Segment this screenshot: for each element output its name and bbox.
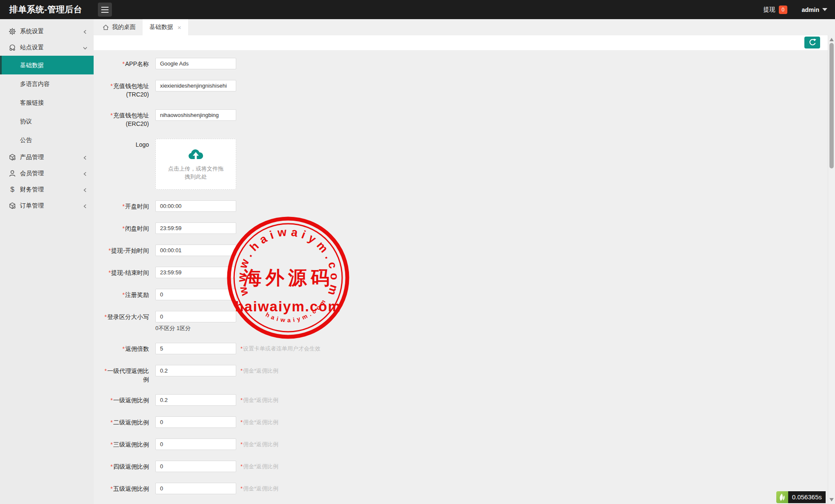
chevron-left-icon [83, 29, 88, 34]
erc20-address-input[interactable] [155, 109, 236, 121]
field-hint: *佣金*返佣比例 [240, 416, 278, 428]
user-menu[interactable]: admin [802, 6, 827, 13]
sidebar-item-site-settings[interactable]: 站点设置 [0, 40, 94, 56]
sidebar-item-basic-data[interactable]: 基础数据 [0, 56, 94, 74]
sidebar-item-agreement[interactable]: 协议 [0, 112, 94, 131]
register-reward-input[interactable] [155, 289, 236, 300]
app-title: 排单系统-管理后台 [9, 0, 82, 19]
form-row-rebate-l5: *五级返佣比例 *佣金*返佣比例 [100, 483, 828, 494]
sidebar-item-order-management[interactable]: 订单管理 [0, 198, 94, 214]
login-case-helper: 0不区分 1区分 [155, 325, 191, 332]
sidebar-item-service-link[interactable]: 客服链接 [0, 93, 94, 112]
upload-hint-line1: 点击上传，或将文件拖 [156, 165, 236, 173]
app-name-input[interactable] [155, 58, 236, 69]
withdraw-link[interactable]: 提现 0 [764, 6, 787, 14]
rebate-l4-input[interactable] [155, 461, 236, 472]
chevron-left-icon [83, 203, 88, 208]
refresh-icon [808, 38, 817, 47]
form-row-agent-rebate-l1: *一级代理返佣比例 *佣金*返佣比例 [100, 365, 828, 384]
withdraw-label: 提现 [764, 6, 775, 14]
content-toolbar [94, 35, 828, 50]
form-row-logo: Logo 点击上传，或将文件拖 拽到此处 [100, 139, 828, 190]
chevron-left-icon [83, 187, 88, 192]
sidebar-item-system-settings[interactable]: 系统设置 [0, 23, 94, 40]
rebate-l1-input[interactable] [155, 394, 236, 406]
sidebar: 系统设置 站点设置 基础数据 多语言内容 客服链接 协议 公告 产品管理 [0, 19, 94, 504]
field-label: *充值钱包地址(TRC20) [100, 80, 149, 99]
field-label: Logo [100, 139, 149, 190]
scrollbar-thumb[interactable] [829, 43, 834, 168]
main-area: 我的桌面 基础数据 × *APP名称 *充值钱包地址(TRC20) [94, 19, 835, 504]
sidebar-item-announcement[interactable]: 公告 [0, 131, 94, 149]
scroll-up-arrow[interactable] [829, 38, 834, 41]
sidebar-item-label: 会员管理 [20, 170, 83, 177]
field-label: *登录区分大小写 [100, 311, 149, 332]
rebate-l3-input[interactable] [155, 439, 236, 450]
sidebar-item-product-management[interactable]: 产品管理 [0, 149, 94, 165]
sidebar-item-label: 订单管理 [20, 202, 83, 210]
field-hint: *设置卡单或者连单用户才会生效 [240, 343, 320, 354]
withdraw-count-badge: 0 [779, 6, 787, 14]
form-row-register-reward: *注册奖励 [100, 289, 828, 300]
field-label: *五级返佣比例 [100, 483, 149, 494]
sidebar-item-finance-management[interactable]: $ 财务管理 [0, 182, 94, 198]
order-icon [9, 202, 16, 210]
scroll-down-arrow[interactable] [829, 498, 834, 501]
form-row-app-name: *APP名称 [100, 58, 828, 69]
upload-cloud-icon [156, 148, 236, 163]
withdraw-start-time-input[interactable] [155, 245, 236, 256]
trc20-address-input[interactable] [155, 80, 236, 91]
sidebar-item-multilanguage[interactable]: 多语言内容 [0, 74, 94, 93]
top-header: 排单系统-管理后台 提现 0 admin [0, 0, 835, 19]
field-label: *一级返佣比例 [100, 394, 149, 406]
caret-down-icon [822, 8, 827, 11]
sidebar-item-label: 产品管理 [20, 154, 83, 161]
logo-upload-dropzone[interactable]: 点击上传，或将文件拖 拽到此处 [155, 139, 236, 190]
chevron-left-icon [83, 155, 88, 160]
field-label: *提现-开始时间 [100, 245, 149, 256]
gear-icon [9, 28, 16, 35]
tab-label: 基础数据 [149, 23, 173, 31]
field-hint: *佣金*返佣比例 [240, 461, 278, 472]
login-case-input[interactable] [155, 311, 236, 322]
field-hint: *佣金*返佣比例 [240, 483, 278, 494]
sidebar-toggle-button[interactable] [98, 3, 112, 17]
field-label: *二级返佣比例 [100, 416, 149, 428]
field-label: *APP名称 [100, 58, 149, 69]
dollar-icon: $ [9, 186, 16, 194]
tab-basic-data[interactable]: 基础数据 × [143, 19, 188, 35]
close-time-input[interactable] [155, 222, 236, 234]
runtime-badge: 0.056365s [776, 491, 826, 503]
withdraw-end-time-input[interactable] [155, 267, 236, 278]
rebate-l2-input[interactable] [155, 416, 236, 428]
tab-desktop[interactable]: 我的桌面 [96, 19, 143, 35]
rebate-l5-input[interactable] [155, 483, 236, 494]
field-label: *注册奖励 [100, 289, 149, 300]
form-row-rebate-l4: *四级返佣比例 *佣金*返佣比例 [100, 461, 828, 472]
chevron-down-icon [83, 45, 88, 50]
tab-label: 我的桌面 [112, 23, 136, 31]
field-label: *三级返佣比例 [100, 439, 149, 450]
sidebar-item-label: 站点设置 [20, 44, 83, 51]
field-label: *一级代理返佣比例 [100, 365, 149, 384]
field-label: *开盘时间 [100, 200, 149, 212]
field-hint: *佣金*返佣比例 [240, 365, 278, 376]
form-panel: *APP名称 *充值钱包地址(TRC20) *充值钱包地址(ERC20) Log… [94, 50, 828, 504]
tab-bar: 我的桌面 基础数据 × [94, 19, 835, 35]
agent-rebate-ratio-input[interactable] [155, 365, 236, 376]
refresh-button[interactable] [804, 37, 820, 48]
sidebar-item-member-management[interactable]: 会员管理 [0, 165, 94, 182]
sidebar-item-label: 系统设置 [20, 28, 83, 35]
upload-hint-line2: 拽到此处 [156, 173, 236, 181]
close-icon[interactable]: × [177, 24, 181, 31]
form-row-open-time: *开盘时间 [100, 200, 828, 212]
open-time-input[interactable] [155, 200, 236, 212]
field-hint: *佣金*返佣比例 [240, 439, 278, 450]
username: admin [802, 6, 819, 13]
user-icon [9, 170, 16, 177]
rebate-multiple-input[interactable] [155, 343, 236, 354]
form-row-rebate-l2: *二级返佣比例 *佣金*返佣比例 [100, 416, 828, 428]
vertical-scrollbar[interactable] [828, 35, 835, 504]
form-row-trc20: *充值钱包地址(TRC20) [100, 80, 828, 99]
form-row-withdraw-end: *提现-结束时间 [100, 267, 828, 278]
